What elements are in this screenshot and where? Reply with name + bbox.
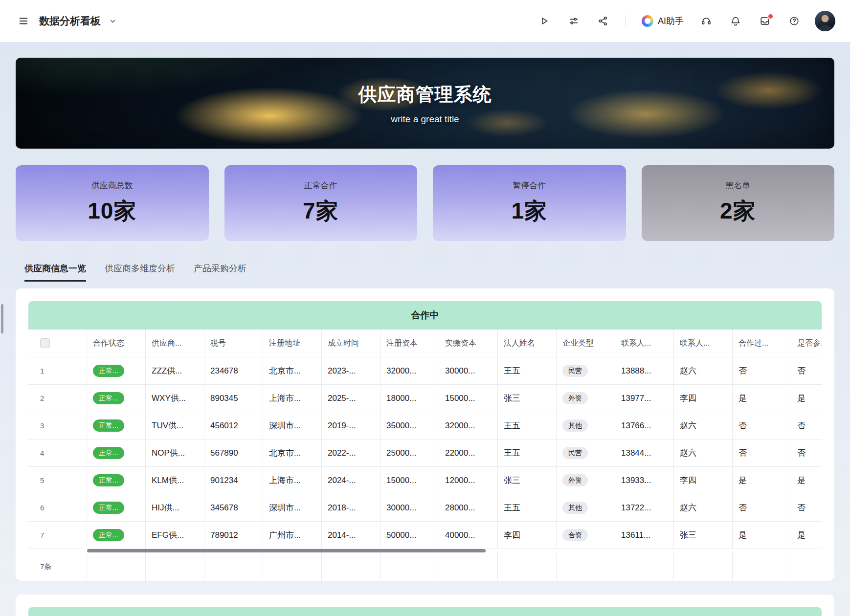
share-button[interactable] xyxy=(594,12,612,30)
page-title[interactable]: 数据分析看板 xyxy=(39,14,101,28)
cell-founded[interactable]: 2024-... xyxy=(322,467,380,494)
tab[interactable]: 供应商多维度分析 xyxy=(105,263,175,282)
stat-card[interactable]: 正常合作7家 xyxy=(224,165,418,241)
cell-status[interactable]: 正常... xyxy=(87,440,146,466)
cell-reg_capital[interactable]: 15000... xyxy=(380,467,439,494)
cell-legal_person[interactable]: 王五 xyxy=(498,494,557,521)
cell-contact_name[interactable]: 张三 xyxy=(674,522,733,549)
cell-contact_name[interactable]: 李四 xyxy=(674,467,733,494)
cell-paid_capital[interactable]: 12000... xyxy=(439,467,498,494)
help-button[interactable] xyxy=(785,12,803,30)
cell-tax_id[interactable]: 456012 xyxy=(204,412,263,439)
cell-status[interactable]: 正常... xyxy=(87,357,146,384)
cell-company_type[interactable]: 民营 xyxy=(557,440,615,466)
avatar[interactable] xyxy=(815,11,835,31)
column-header[interactable]: 联系人... xyxy=(674,330,733,357)
table-row[interactable]: 2正常...WXY供...890345上海市...2025-...18000..… xyxy=(28,385,822,412)
present-button[interactable] xyxy=(536,12,553,30)
cell-paid_capital[interactable]: 30000... xyxy=(439,357,498,384)
cell-tax_id[interactable]: 567890 xyxy=(204,440,263,466)
cell-legal_person[interactable]: 李四 xyxy=(498,522,557,549)
cell-contact_name[interactable]: 赵六 xyxy=(674,412,733,439)
cell-address[interactable]: 北京市... xyxy=(263,357,322,384)
cell-company_type[interactable]: 其他 xyxy=(557,494,615,521)
cell-contact_phone[interactable]: 13611... xyxy=(615,522,674,549)
cell-legal_person[interactable]: 张三 xyxy=(498,385,557,412)
cell-coop_history[interactable]: 是 xyxy=(733,467,791,494)
cell-contact_name[interactable]: 赵六 xyxy=(674,494,733,521)
cell-founded[interactable]: 2019-... xyxy=(322,412,380,439)
cell-paid_capital[interactable]: 15000... xyxy=(439,385,498,412)
cell-participated[interactable]: 是 xyxy=(791,522,822,549)
cell-status[interactable]: 正常... xyxy=(87,522,146,549)
cell-founded[interactable]: 2023-... xyxy=(322,357,380,384)
cell-supplier[interactable]: TUV供... xyxy=(146,412,204,439)
cell-contact_phone[interactable]: 13766... xyxy=(615,412,674,439)
cell-coop_history[interactable]: 是 xyxy=(733,522,791,549)
ai-assistant-button[interactable]: AI助手 xyxy=(640,15,686,27)
cell-address[interactable]: 深圳市... xyxy=(263,412,322,439)
column-header[interactable]: 注册资本 xyxy=(380,330,439,357)
table-row[interactable]: 1正常...ZZZ供...234678北京市...2023-...32000..… xyxy=(28,357,822,385)
cell-paid_capital[interactable]: 32000... xyxy=(439,412,498,439)
cell-tax_id[interactable]: 901234 xyxy=(204,467,263,494)
inbox-button[interactable] xyxy=(756,12,774,30)
table-row[interactable]: 6正常...HIJ供...345678深圳市...2018-...30000..… xyxy=(28,494,822,522)
column-header[interactable]: 联系人... xyxy=(615,330,674,357)
cell-address[interactable]: 上海市... xyxy=(263,467,322,494)
cell-status[interactable]: 正常... xyxy=(87,412,146,439)
cell-supplier[interactable]: EFG供... xyxy=(146,522,204,549)
cell-tax_id[interactable]: 890345 xyxy=(204,385,263,412)
select-all-checkbox[interactable] xyxy=(40,338,50,348)
stat-card[interactable]: 黑名单2家 xyxy=(642,165,835,241)
cell-participated[interactable]: 否 xyxy=(791,412,822,439)
cell-paid_capital[interactable]: 28000... xyxy=(439,494,498,521)
cell-legal_person[interactable]: 王五 xyxy=(498,412,557,439)
cell-reg_capital[interactable]: 30000... xyxy=(380,494,439,521)
tab[interactable]: 供应商信息一览 xyxy=(24,263,86,282)
stat-card[interactable]: 供应商总数10家 xyxy=(16,165,209,241)
cell-legal_person[interactable]: 张三 xyxy=(498,467,557,494)
cell-participated[interactable]: 是 xyxy=(791,385,822,412)
cell-contact_phone[interactable]: 13844... xyxy=(615,440,674,466)
notifications-button[interactable] xyxy=(727,12,744,30)
cell-contact_name[interactable]: 李四 xyxy=(674,385,733,412)
cell-supplier[interactable]: WXY供... xyxy=(146,385,204,412)
cell-coop_history[interactable]: 否 xyxy=(733,412,791,439)
table-row[interactable]: 7正常...EFG供...789012广州市...2014-...50000..… xyxy=(28,522,822,549)
cell-legal_person[interactable]: 王五 xyxy=(498,357,557,384)
cell-coop_history[interactable]: 否 xyxy=(733,440,791,466)
cell-company_type[interactable]: 合资 xyxy=(557,522,615,549)
cell-founded[interactable]: 2022-... xyxy=(322,440,380,466)
menu-button[interactable] xyxy=(15,12,32,30)
cell-reg_capital[interactable]: 25000... xyxy=(380,440,439,466)
cell-company_type[interactable]: 外资 xyxy=(557,385,615,412)
column-header[interactable]: 企业类型 xyxy=(557,330,615,357)
table-row[interactable]: 4正常...NOP供...567890北京市...2022-...25000..… xyxy=(28,440,822,467)
cell-paid_capital[interactable]: 40000... xyxy=(439,522,498,549)
cell-tax_id[interactable]: 345678 xyxy=(204,494,263,521)
cell-reg_capital[interactable]: 50000... xyxy=(380,522,439,549)
cell-founded[interactable]: 2014-... xyxy=(322,522,380,549)
cell-coop_history[interactable]: 是 xyxy=(733,385,791,412)
cell-paid_capital[interactable]: 22000... xyxy=(439,440,498,466)
cell-supplier[interactable]: NOP供... xyxy=(146,440,204,466)
cell-contact_phone[interactable]: 13933... xyxy=(615,467,674,494)
cell-company_type[interactable]: 外资 xyxy=(557,467,615,494)
cell-address[interactable]: 广州市... xyxy=(263,522,322,549)
column-header[interactable]: 是否参... xyxy=(791,330,822,357)
column-header[interactable]: 合作过... xyxy=(733,330,791,357)
settings-button[interactable] xyxy=(565,12,582,30)
title-dropdown-button[interactable] xyxy=(108,12,117,30)
cell-founded[interactable]: 2025-... xyxy=(322,385,380,412)
cell-supplier[interactable]: ZZZ供... xyxy=(146,357,204,384)
cell-participated[interactable]: 否 xyxy=(791,357,822,384)
cell-contact_phone[interactable]: 13722... xyxy=(615,494,674,521)
cell-tax_id[interactable]: 789012 xyxy=(204,522,263,549)
cell-contact_phone[interactable]: 13888... xyxy=(615,357,674,384)
column-header[interactable]: 成立时间 xyxy=(322,330,380,357)
horizontal-scrollbar[interactable] xyxy=(87,549,486,552)
cell-address[interactable]: 深圳市... xyxy=(263,494,322,521)
cell-status[interactable]: 正常... xyxy=(87,385,146,412)
cell-contact_phone[interactable]: 13977... xyxy=(615,385,674,412)
